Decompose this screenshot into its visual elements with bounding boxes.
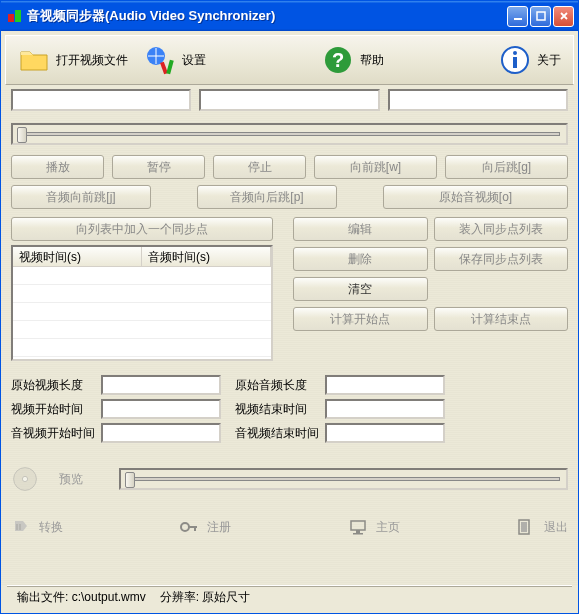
slider-thumb[interactable]	[17, 127, 27, 143]
status-bar: 输出文件: c:\output.wmv 分辨率: 原始尺寸	[7, 585, 572, 609]
about-button[interactable]: 关于	[493, 42, 567, 78]
video-end-field	[325, 399, 445, 419]
play-button[interactable]: 播放	[11, 155, 104, 179]
output-file-path: c:\output.wmv	[72, 590, 146, 604]
col-video-time[interactable]: 视频时间(s)	[13, 247, 142, 266]
svg-text:?: ?	[331, 49, 343, 71]
home-label: 主页	[376, 519, 400, 536]
orig-video-len-field	[101, 375, 221, 395]
exit-icon	[516, 517, 536, 537]
table-row[interactable]	[13, 285, 271, 303]
save-list-button[interactable]: 保存同步点列表	[434, 247, 569, 271]
monitor-icon	[348, 517, 368, 537]
skip-back-button[interactable]: 向后跳[g]	[445, 155, 568, 179]
svg-rect-1	[15, 10, 21, 22]
av-start-field	[101, 423, 221, 443]
toolbar: 打开视频文件 设置 ? 帮助 关于	[5, 35, 574, 85]
pause-button[interactable]: 暂停	[112, 155, 205, 179]
video-start-label: 视频开始时间	[11, 401, 87, 418]
open-label: 打开视频文件	[56, 52, 128, 69]
preview-slider[interactable]	[119, 468, 568, 490]
stop-button[interactable]: 停止	[213, 155, 306, 179]
convert-label: 转换	[39, 519, 63, 536]
exit-button[interactable]: 退出	[516, 517, 568, 537]
info-icon	[499, 44, 531, 76]
svg-rect-0	[8, 14, 14, 22]
help-icon: ?	[322, 44, 354, 76]
delete-button[interactable]: 删除	[293, 247, 428, 271]
add-sync-point-button[interactable]: 向列表中加入一个同步点	[11, 217, 273, 241]
folder-icon	[18, 44, 50, 76]
svg-rect-11	[513, 57, 517, 68]
svg-rect-21	[521, 522, 527, 532]
convert-button[interactable]: 转换	[11, 517, 63, 537]
preview-label: 预览	[59, 471, 99, 488]
position-slider[interactable]	[11, 123, 568, 145]
table-row[interactable]	[13, 321, 271, 339]
info-field-2	[199, 89, 379, 111]
skip-forward-button[interactable]: 向前跳[w]	[314, 155, 437, 179]
svg-point-14	[181, 523, 189, 531]
maximize-button[interactable]	[530, 6, 551, 27]
av-end-label: 音视频结束时间	[235, 425, 311, 442]
av-start-label: 音视频开始时间	[11, 425, 87, 442]
window-title: 音视频同步器(Audio Video Synchronizer)	[27, 7, 507, 25]
load-list-button[interactable]: 装入同步点列表	[434, 217, 569, 241]
preview-slider-thumb[interactable]	[125, 472, 135, 488]
original-av-button[interactable]: 原始音视频[o]	[383, 185, 568, 209]
register-button[interactable]: 注册	[179, 517, 231, 537]
minimize-button[interactable]	[507, 6, 528, 27]
resolution-value: 原始尺寸	[202, 590, 250, 604]
av-end-field	[325, 423, 445, 443]
orig-audio-len-field	[325, 375, 445, 395]
svg-rect-3	[537, 12, 545, 20]
svg-rect-2	[514, 18, 522, 20]
edit-button[interactable]: 编辑	[293, 217, 428, 241]
titlebar: 音视频同步器(Audio Video Synchronizer)	[1, 1, 578, 31]
svg-rect-6	[166, 60, 173, 75]
svg-rect-16	[194, 526, 196, 531]
calc-start-button[interactable]: 计算开始点	[293, 307, 428, 331]
close-button[interactable]	[553, 6, 574, 27]
disc-icon	[11, 465, 39, 493]
table-row[interactable]	[13, 303, 271, 321]
home-button[interactable]: 主页	[348, 517, 400, 537]
col-audio-time[interactable]: 音频时间(s)	[142, 247, 271, 266]
svg-rect-19	[353, 533, 363, 535]
info-field-3	[388, 89, 568, 111]
audio-forward-button[interactable]: 音频向前跳[j]	[11, 185, 151, 209]
table-row[interactable]	[13, 339, 271, 357]
clear-button[interactable]: 清空	[293, 277, 428, 301]
convert-icon	[11, 517, 31, 537]
svg-rect-18	[356, 530, 360, 533]
content-area: 播放 暂停 停止 向前跳[w] 向后跳[g] 音频向前跳[j] 音频向后跳[p]…	[1, 89, 578, 585]
app-icon	[7, 8, 23, 24]
about-label: 关于	[537, 52, 561, 69]
help-label: 帮助	[360, 52, 384, 69]
settings-label: 设置	[182, 52, 206, 69]
globe-tools-icon	[144, 44, 176, 76]
exit-label: 退出	[544, 519, 568, 536]
register-label: 注册	[207, 519, 231, 536]
orig-video-len-label: 原始视频长度	[11, 377, 87, 394]
table-row[interactable]	[13, 267, 271, 285]
video-end-label: 视频结束时间	[235, 401, 311, 418]
orig-audio-len-label: 原始音频长度	[235, 377, 311, 394]
help-button[interactable]: ? 帮助	[316, 42, 390, 78]
open-video-button[interactable]: 打开视频文件	[12, 42, 134, 78]
svg-rect-17	[351, 521, 365, 530]
settings-button[interactable]: 设置	[138, 42, 212, 78]
video-start-field	[101, 399, 221, 419]
calc-end-button[interactable]: 计算结束点	[434, 307, 569, 331]
resolution-label: 分辨率:	[160, 590, 199, 604]
audio-back-button[interactable]: 音频向后跳[p]	[197, 185, 337, 209]
info-field-1	[11, 89, 191, 111]
svg-point-13	[22, 476, 27, 481]
svg-point-10	[513, 51, 517, 55]
key-icon	[179, 517, 199, 537]
output-file-label: 输出文件:	[17, 590, 68, 604]
main-window: 音视频同步器(Audio Video Synchronizer) 打开视频文件 …	[0, 0, 579, 614]
sync-table[interactable]: 视频时间(s) 音频时间(s)	[11, 245, 273, 361]
